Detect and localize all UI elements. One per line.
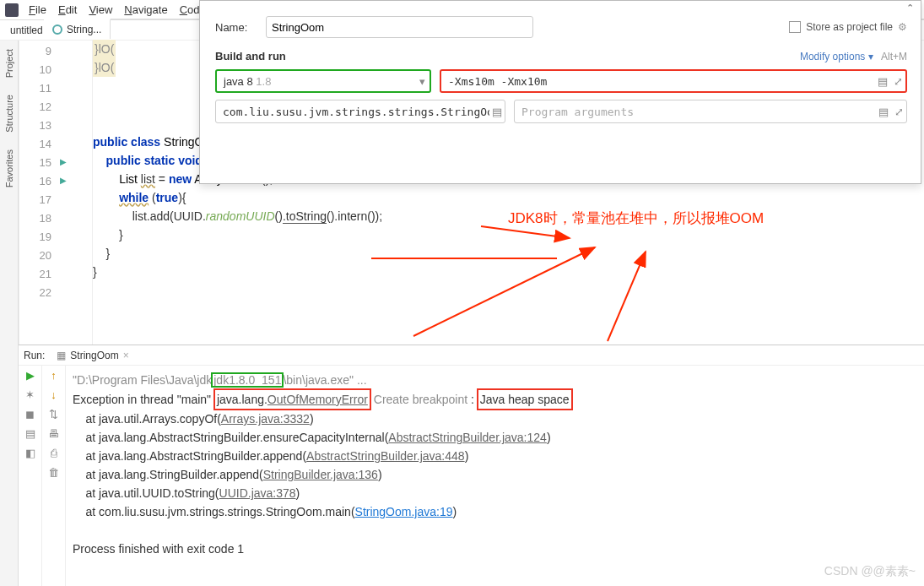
editor-tab-stringoom[interactable]: String... — [44, 19, 111, 39]
code-line[interactable]: } — [93, 244, 924, 263]
line-number: 16 — [19, 172, 57, 191]
line-number: 9 — [19, 42, 57, 61]
console-line: at com.liu.susu.jvm.strings.strings.Stri… — [73, 502, 921, 521]
menu-item[interactable]: Edit — [53, 2, 82, 18]
run-tab[interactable]: ▦ StringOom × — [51, 348, 133, 363]
console-line: Exception in thread "main" java.lang.Out… — [73, 389, 921, 410]
expand-icon[interactable]: ⤢ — [891, 106, 906, 118]
console-line: "D:\Program Files\Java\jdkjdk1.8.0_151\b… — [73, 371, 921, 389]
store-as-project-checkbox[interactable] — [789, 21, 801, 33]
settings-icon[interactable]: ✶ — [25, 388, 35, 401]
rerun-icon[interactable]: ▶ — [26, 369, 35, 382]
print-icon[interactable]: 🖶 — [48, 427, 59, 440]
history-icon[interactable]: ▤ — [876, 106, 891, 118]
line-number: 22 — [19, 284, 57, 302]
line-number: 17 — [19, 191, 57, 209]
code-line[interactable]: } — [93, 263, 924, 281]
store-label: Store as project file — [806, 21, 893, 33]
run-toolbar-2: ↑ ↓ ⇅ 🖶 ⎙ 🗑 — [42, 366, 66, 586]
menu-item[interactable]: Navigate — [119, 2, 172, 18]
side-tool-tabs: ProjectStructureFavorites — [0, 41, 19, 586]
code-line[interactable]: } — [93, 225, 924, 244]
run-label: Run: — [24, 350, 45, 361]
code-line[interactable]: while (true){ — [93, 188, 924, 207]
run-gutter-icon[interactable]: ▶ — [60, 176, 67, 185]
run-tool-window: Run: ▦ StringOom × ▶ ✶ ◼ ▤ ◧ ↑ ↓ — [19, 345, 924, 586]
down-icon[interactable]: ↓ — [51, 388, 57, 401]
run-config-icon: ▦ — [57, 350, 66, 361]
line-number: 15 — [19, 154, 57, 172]
console-line: at java.lang.StringBuilder.append(String… — [73, 465, 921, 484]
line-number: 12 — [19, 98, 57, 117]
config-name-input[interactable] — [266, 16, 533, 38]
console-line: Process finished with exit code 1 — [73, 540, 921, 558]
up-icon[interactable]: ↑ — [51, 369, 57, 382]
console-line: at java.util.Arrays.copyOf(Arrays.java:3… — [73, 410, 921, 428]
console-output[interactable]: "D:\Program Files\Java\jdkjdk1.8.0_151\b… — [66, 366, 924, 586]
collapse-icon[interactable]: ⌃ — [906, 3, 914, 14]
history-icon[interactable]: ▤ — [875, 75, 890, 88]
line-number: 13 — [19, 117, 57, 135]
run-config-dialog: ⌃ Name: Store as project file ⚙ Build an… — [199, 0, 921, 184]
java-class-icon — [52, 24, 62, 35]
chevron-down-icon: ▾ — [414, 75, 430, 88]
export-icon[interactable]: ⎙ — [51, 447, 57, 459]
annotation-text: JDK8时，常量池在堆中，所以报堆OOM — [508, 209, 764, 228]
line-number: 18 — [19, 209, 57, 228]
expand-icon[interactable]: ⤢ — [890, 75, 905, 88]
console-line: at java.lang.AbstractStringBuilder.appen… — [73, 447, 921, 465]
run-toolbar-left: ▶ ✶ ◼ ▤ ◧ — [19, 366, 42, 586]
editor-gutter: 910111213141516171819202122 ▶▶ — [19, 41, 93, 345]
layout-icon[interactable]: ▤ — [25, 427, 35, 440]
console-line: at java.lang.AbstractStringBuilder.ensur… — [73, 428, 921, 447]
stop-icon[interactable]: ◼ — [25, 408, 35, 421]
trash-icon[interactable]: 🗑 — [48, 466, 59, 479]
jdk-select[interactable]: java 8 1.8 ▾ — [215, 69, 431, 93]
line-number: 14 — [19, 135, 57, 154]
line-number: 10 — [19, 61, 57, 79]
section-heading: Build and run — [215, 50, 286, 62]
wrap-icon[interactable]: ⇅ — [49, 408, 58, 421]
close-icon[interactable]: × — [123, 350, 129, 361]
menu-item[interactable]: File — [24, 2, 51, 18]
pin-icon[interactable]: ◧ — [25, 447, 35, 459]
main-class-input[interactable]: com.liu.susu.jvm.strings.strings.StringO… — [215, 100, 505, 123]
line-number: 19 — [19, 228, 57, 247]
gear-icon[interactable]: ⚙ — [898, 21, 907, 33]
modify-hint: Alt+M — [881, 51, 907, 62]
line-number: 20 — [19, 247, 57, 265]
console-line — [73, 521, 921, 540]
side-tab-project[interactable]: Project — [0, 41, 18, 86]
line-number: 21 — [19, 265, 57, 284]
line-number: 11 — [19, 79, 57, 98]
history-icon[interactable]: ▤ — [489, 106, 505, 118]
vm-options-input[interactable]: -Xms10m -Xmx10m ▤ ⤢ — [440, 69, 907, 93]
run-gutter-icon[interactable]: ▶ — [60, 157, 67, 166]
modify-options-link[interactable]: Modify options ▾ — [800, 51, 876, 62]
app-logo-icon — [5, 3, 19, 17]
program-args-input[interactable]: Program arguments ▤ ⤢ — [514, 100, 907, 123]
side-tab-structure[interactable]: Structure — [0, 86, 18, 141]
breadcrumb-item[interactable]: untitled — [7, 24, 46, 37]
name-label: Name: — [215, 21, 266, 34]
side-tab-favorites[interactable]: Favorites — [0, 141, 18, 196]
menu-item[interactable]: View — [84, 2, 117, 18]
console-line: at java.util.UUID.toString(UUID.java:378… — [73, 484, 921, 502]
